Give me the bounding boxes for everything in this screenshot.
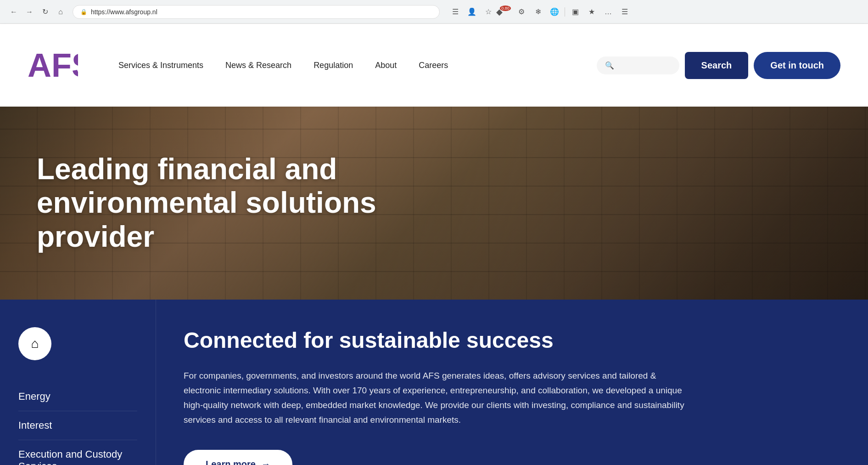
- reader-mode-icon[interactable]: ☰: [449, 6, 462, 18]
- address-bar[interactable]: 🔒 https://www.afsgroup.nl: [73, 5, 440, 19]
- search-input-wrap[interactable]: 🔍: [597, 57, 679, 74]
- logo-area: AFS: [28, 47, 82, 84]
- hero-section: Leading financial and environmental solu…: [0, 107, 868, 300]
- extension-icon-3[interactable]: 🌐: [548, 6, 561, 18]
- search-input[interactable]: [618, 62, 671, 69]
- nav-services[interactable]: Services & Instruments: [118, 61, 203, 70]
- home-icon-button[interactable]: ⌂: [18, 327, 51, 360]
- browser-nav-buttons: ← → ↻ ⌂: [7, 6, 67, 18]
- learn-more-button[interactable]: Learn more →: [184, 450, 292, 465]
- afs-logo: AFS: [28, 47, 78, 84]
- arrow-icon: →: [261, 459, 270, 465]
- hero-content: Leading financial and environmental solu…: [0, 153, 487, 254]
- get-in-touch-button[interactable]: Get in touch: [754, 52, 840, 79]
- sidebar-icon[interactable]: ☰: [618, 6, 631, 18]
- nav-news[interactable]: News & Research: [225, 61, 291, 70]
- extension-icon-red[interactable]: ◆ 0.80: [498, 6, 511, 18]
- favorites-icon[interactable]: ★: [585, 6, 598, 18]
- profile-icon[interactable]: 👤: [465, 6, 478, 18]
- browser-chrome: ← → ↻ ⌂ 🔒 https://www.afsgroup.nl ☰ 👤 ☆ …: [0, 0, 868, 24]
- content-title: Connected for sustainable success: [184, 327, 840, 354]
- site-header: AFS Services & Instruments News & Resear…: [0, 24, 868, 107]
- content-area: Connected for sustainable success For co…: [156, 300, 868, 465]
- search-button[interactable]: Search: [685, 52, 749, 79]
- learn-more-label: Learn more: [206, 459, 256, 465]
- sidebar-item-label-execution: Execution and Custody Services: [18, 448, 122, 465]
- home-button[interactable]: ⌂: [54, 6, 67, 18]
- forward-button[interactable]: →: [23, 6, 36, 18]
- header-right: 🔍 Search Get in touch: [597, 52, 840, 79]
- url-text: https://www.afsgroup.nl: [91, 8, 157, 16]
- content-body: For companies, governments, and investor…: [184, 369, 689, 428]
- lock-icon: 🔒: [80, 9, 87, 15]
- home-icon: ⌂: [31, 336, 39, 351]
- sidebar-item-label-interest: Interest: [18, 420, 52, 431]
- hero-title: Leading financial and environmental solu…: [37, 153, 450, 254]
- back-button[interactable]: ←: [7, 6, 20, 18]
- nav-regulation[interactable]: Regulation: [314, 61, 353, 70]
- browser-extras: ☰ 👤 ☆ ◆ 0.80 ⚙ ❄ 🌐 ▣ ★ … ☰: [449, 6, 631, 18]
- collections-icon[interactable]: ▣: [569, 6, 582, 18]
- extension-icon-2[interactable]: ❄: [532, 6, 544, 18]
- refresh-button[interactable]: ↻: [39, 6, 51, 18]
- main-content: ⌂ Energy Interest Execution and Custody …: [0, 300, 868, 465]
- sidebar: ⌂ Energy Interest Execution and Custody …: [0, 300, 156, 465]
- sidebar-item-execution[interactable]: Execution and Custody Services: [18, 440, 137, 465]
- sidebar-item-label-energy: Energy: [18, 391, 50, 402]
- main-nav: Services & Instruments News & Research R…: [118, 61, 448, 70]
- sidebar-item-energy[interactable]: Energy: [18, 382, 137, 411]
- divider: [565, 7, 565, 17]
- svg-text:AFS: AFS: [28, 47, 78, 84]
- search-icon: 🔍: [605, 61, 614, 70]
- sidebar-item-interest[interactable]: Interest: [18, 411, 137, 440]
- more-tools-icon[interactable]: …: [602, 6, 615, 18]
- nav-about[interactable]: About: [375, 61, 397, 70]
- nav-careers[interactable]: Careers: [419, 61, 448, 70]
- star-icon[interactable]: ☆: [482, 6, 495, 18]
- extension-icon-1[interactable]: ⚙: [515, 6, 528, 18]
- badge-red: 0.80: [500, 6, 511, 11]
